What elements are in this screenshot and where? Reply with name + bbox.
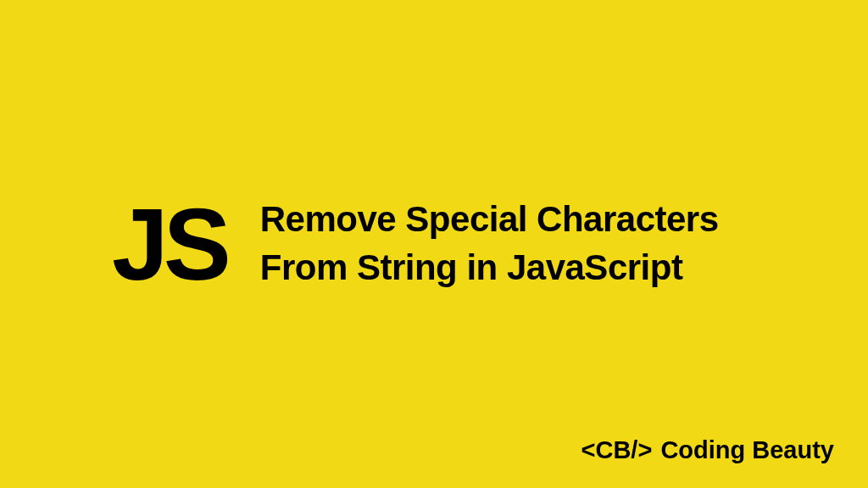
page-title: Remove Special Characters From String in…: [260, 196, 756, 291]
brand-tag: <CB/>: [581, 436, 653, 464]
brand-name: Coding Beauty: [660, 436, 834, 464]
js-logo: JS: [112, 193, 226, 295]
footer-brand: <CB/> Coding Beauty: [581, 436, 834, 464]
content-container: JS Remove Special Characters From String…: [112, 193, 756, 295]
